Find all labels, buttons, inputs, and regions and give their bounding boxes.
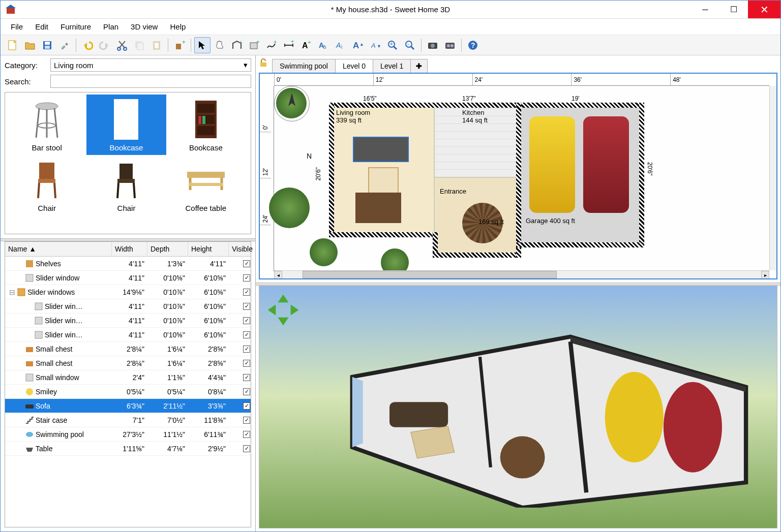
plan-view[interactable]: 0' 12' 24' 36' 48' 0' 12' 24' (259, 73, 777, 279)
catalog-item[interactable]: Bookcase (86, 95, 166, 155)
menu-furniture[interactable]: Furniture (55, 20, 96, 33)
table-row[interactable]: Slider window4'11"0'10⅝"6'10⅝"✓ (5, 271, 251, 285)
preferences-icon[interactable] (56, 37, 73, 53)
table-row[interactable]: Stair case7'1"7'0½"11'8⅜"✓ (5, 413, 251, 427)
help-icon[interactable]: ? (465, 37, 481, 53)
table-row[interactable]: Slider win…4'11"0'10⅞"6'10⅝"✓ (5, 299, 251, 314)
paste-icon[interactable] (148, 37, 165, 53)
select-tool-icon[interactable] (194, 37, 211, 53)
photo-icon[interactable] (425, 37, 441, 53)
visible-checkbox[interactable]: ✓ (243, 289, 250, 296)
new-icon[interactable] (5, 37, 21, 53)
catalog-item[interactable]: Bookcase (166, 95, 246, 155)
car-yellow[interactable] (529, 116, 575, 213)
car-red[interactable] (583, 116, 629, 213)
text-decrease-icon[interactable]: A▼ (367, 37, 383, 53)
table-row[interactable]: Small window2'4"1'1⅜"4'4¾"✓ (5, 370, 251, 385)
table-row[interactable]: Shelves4'11"1'3¾"4'11"✓ (5, 257, 251, 271)
category-combo[interactable]: Living room ▾ (50, 58, 251, 72)
visible-checkbox[interactable]: ✓ (243, 303, 250, 310)
tab-add[interactable]: ✚ (410, 59, 428, 73)
visible-checkbox[interactable]: ✓ (243, 260, 250, 267)
close-button[interactable]: ✕ (748, 1, 780, 18)
zoom-out-icon[interactable]: - (402, 37, 418, 53)
create-polyline-icon[interactable]: + (263, 37, 280, 53)
catalog-grid[interactable]: Bar stoolBookcaseBookcaseChairChairCoffe… (5, 92, 251, 234)
table-row[interactable]: Table1'11⅝"4'7⅛"2'9½"✓ (5, 442, 251, 456)
visible-checkbox[interactable]: ✓ (243, 317, 250, 324)
table-row[interactable]: Small chest2'8¼"1'6¼"2'8⅝"✓ (5, 342, 251, 356)
maximize-button[interactable]: ☐ (719, 1, 748, 18)
cut-icon[interactable] (114, 37, 130, 53)
svg-text:A: A (371, 42, 376, 49)
col-height[interactable]: Height (188, 242, 229, 256)
visible-checkbox[interactable]: ✓ (243, 417, 250, 424)
plan-scroll-vertical[interactable] (769, 86, 776, 270)
table-row[interactable]: Swimming pool27'3½"11'1½"6'11¾"✓ (5, 427, 251, 442)
nav-3d-icon[interactable] (265, 292, 301, 328)
menu-help[interactable]: Help (165, 20, 191, 33)
svg-text:+: + (239, 40, 242, 45)
create-room-icon[interactable]: + (246, 37, 262, 53)
save-icon[interactable] (39, 37, 55, 53)
table-header[interactable]: Name ▲ Width Depth Height Visible (5, 242, 251, 257)
tab-swimming-pool[interactable]: Swimming pool (272, 59, 336, 73)
visible-checkbox[interactable]: ✓ (243, 331, 250, 338)
tab-level-1[interactable]: Level 1 (373, 59, 411, 73)
table-row[interactable]: ⊟Slider windows14'9⅛"0'10⅞"6'10⅝"✓ (5, 285, 251, 299)
add-furniture-icon[interactable]: + (171, 37, 188, 53)
text-increase-icon[interactable]: A▲ (350, 37, 366, 53)
video-icon[interactable] (442, 37, 458, 53)
open-icon[interactable] (22, 37, 38, 53)
plan-scroll-horizontal[interactable]: ◂▸ (274, 270, 769, 278)
create-walls-icon[interactable]: + (229, 37, 245, 53)
undo-icon[interactable] (79, 37, 96, 53)
svg-rect-76 (35, 303, 42, 310)
catalog-item[interactable]: Chair (86, 155, 166, 215)
visible-checkbox[interactable]: ✓ (243, 431, 250, 438)
catalog-item[interactable]: Chair (7, 155, 86, 215)
visible-checkbox[interactable]: ✓ (243, 402, 250, 410)
catalog-item[interactable]: Bar stool (7, 95, 86, 155)
visible-checkbox[interactable]: ✓ (243, 445, 250, 452)
lock-icon[interactable] (259, 58, 268, 68)
create-dimension-icon[interactable]: + (281, 37, 297, 53)
col-depth[interactable]: Depth (147, 242, 188, 256)
table-row[interactable]: Small chest2'8¼"1'6¼"2'8⅝"✓ (5, 356, 251, 370)
table-row[interactable]: Slider win…4'11"0'10⅞"6'10⅝"✓ (5, 314, 251, 328)
table-row[interactable]: Slider win…4'11"0'10⅝"6'10⅝"✓ (5, 328, 251, 342)
menu-file[interactable]: File (6, 20, 28, 33)
catalog-item[interactable]: Coffee table (166, 155, 246, 215)
visible-checkbox[interactable]: ✓ (243, 388, 250, 395)
visible-checkbox[interactable]: ✓ (243, 374, 250, 381)
search-input[interactable] (50, 75, 251, 88)
label-entrance: Entrance (440, 187, 466, 195)
table-row[interactable]: Sofa6'3¾"2'11½"3'3⅜"✓ (5, 399, 251, 413)
text-italic-icon[interactable]: Ai (333, 37, 349, 53)
menu-plan[interactable]: Plan (98, 20, 124, 33)
zoom-in-icon[interactable]: + (384, 37, 401, 53)
window-title: * My house.sh3d - Sweet Home 3D (1, 5, 780, 14)
pan-tool-icon[interactable] (212, 37, 228, 53)
create-text-icon[interactable]: A+ (298, 37, 314, 53)
view-3d[interactable] (259, 286, 777, 528)
search-label: Search: (5, 77, 50, 86)
table-row[interactable]: Smiley0'5¼"0'5¼"0'8¼"✓ (5, 385, 251, 399)
copy-icon[interactable] (131, 37, 147, 53)
tab-level-0[interactable]: Level 0 (335, 59, 373, 73)
svg-text:A: A (336, 41, 341, 49)
menu-3dview[interactable]: 3D view (126, 20, 163, 33)
visible-checkbox[interactable]: ✓ (243, 346, 250, 353)
redo-icon[interactable] (97, 37, 113, 53)
minimize-button[interactable]: ─ (691, 1, 719, 18)
col-name[interactable]: Name ▲ (5, 242, 112, 256)
visible-checkbox[interactable]: ✓ (243, 360, 250, 367)
row-name: Small chest (36, 345, 72, 353)
visible-checkbox[interactable]: ✓ (243, 274, 250, 281)
text-bold-icon[interactable]: Ab (315, 37, 332, 53)
sofa-selected[interactable] (353, 137, 409, 162)
col-width[interactable]: Width (112, 242, 147, 256)
dining-table[interactable] (355, 193, 401, 223)
plan-canvas[interactable]: N (274, 86, 769, 263)
menu-edit[interactable]: Edit (30, 20, 53, 33)
